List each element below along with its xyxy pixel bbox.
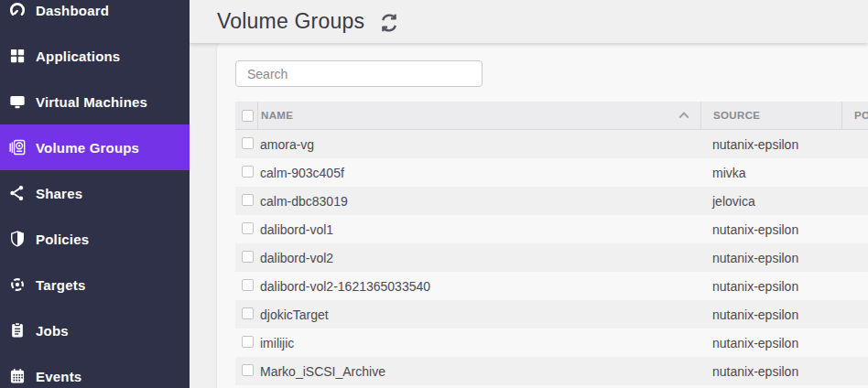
sidebar-nav: Dashboard Applications Virtual Machines … — [0, 0, 190, 388]
column-header-source-label: SOURCE — [713, 110, 760, 121]
row-checkbox[interactable] — [242, 251, 254, 263]
volume-group-source: nutanix-epsilon — [700, 222, 841, 237]
column-header-name-label: NAME — [261, 110, 293, 121]
gauge-icon — [8, 1, 27, 19]
column-header-policy[interactable]: POLICY — [841, 102, 868, 129]
column-header-policy-label: POLICY — [854, 110, 868, 121]
grid-icon — [8, 47, 27, 65]
sidebar-item-jobs[interactable]: Jobs — [0, 307, 190, 353]
table-row[interactable]: Marko_iSCSI_Archive nutanix-epsilon — [235, 357, 868, 385]
calendar-icon — [8, 367, 27, 385]
clipboard-icon — [8, 321, 27, 340]
row-checkbox[interactable] — [242, 166, 254, 178]
app-window: Dashboard Applications Virtual Machines … — [0, 0, 868, 388]
volume-groups-panel: NAME SOURCE POLICY amora-vg nutanix- — [217, 43, 868, 388]
sidebar-item-shares[interactable]: Shares — [0, 170, 190, 216]
select-all-cell — [235, 102, 257, 129]
select-all-checkbox[interactable] — [242, 110, 254, 122]
table-header-row: NAME SOURCE POLICY — [235, 102, 868, 130]
sidebar-item-policies[interactable]: Policies — [0, 216, 190, 262]
sidebar-item-applications[interactable]: Applications — [0, 33, 190, 79]
page-header: Volume Groups — [190, 0, 868, 43]
volume-group-source: mivka — [700, 166, 841, 180]
target-icon — [8, 275, 27, 294]
volume-group-name: calm-903c405f — [257, 166, 700, 180]
table-row[interactable]: dalibord-vol2-1621365033540 nutanix-epsi… — [235, 272, 868, 300]
row-checkbox[interactable] — [242, 279, 254, 291]
row-checkbox[interactable] — [242, 137, 254, 149]
volume-group-source: nutanix-epsilon — [700, 364, 841, 379]
row-checkbox[interactable] — [242, 364, 254, 376]
volume-group-name: djokicTarget — [257, 307, 700, 322]
volume-group-name: dalibord-vol1 — [257, 222, 700, 237]
volume-group-source: nutanix-epsilon — [700, 307, 841, 322]
monitor-icon — [8, 92, 27, 111]
row-checkbox[interactable] — [242, 336, 254, 348]
volume-group-source: nutanix-epsilon — [700, 279, 841, 294]
table-body: amora-vg nutanix-epsilon calm-903c405f m… — [235, 130, 868, 385]
disk-stack-icon — [8, 138, 27, 156]
volume-group-name: dalibord-vol2 — [257, 251, 700, 265]
refresh-icon[interactable] — [379, 13, 399, 33]
sidebar-item-dashboard[interactable]: Dashboard — [0, 0, 190, 33]
table-row[interactable]: amora-vg nutanix-epsilon — [235, 130, 868, 158]
volume-groups-table: NAME SOURCE POLICY amora-vg nutanix- — [235, 102, 868, 385]
table-row[interactable]: calm-903c405f mivka — [235, 158, 868, 187]
row-checkbox[interactable] — [242, 194, 254, 206]
table-row[interactable]: calm-dbc83019 jelovica — [235, 187, 868, 215]
row-checkbox[interactable] — [242, 307, 254, 319]
sidebar-item-events[interactable]: Events — [0, 353, 190, 388]
table-row[interactable]: dalibord-vol1 nutanix-epsilon — [235, 215, 868, 243]
column-header-source[interactable]: SOURCE — [700, 102, 841, 129]
volume-group-name: calm-dbc83019 — [257, 194, 700, 209]
main-content: Volume Groups — [190, 0, 868, 388]
table-row[interactable]: imilijic nutanix-epsilon — [235, 329, 868, 357]
sidebar: Dashboard Applications Virtual Machines … — [0, 0, 190, 388]
volume-group-source: nutanix-epsilon — [700, 251, 841, 265]
volume-group-name: Marko_iSCSI_Archive — [257, 364, 700, 379]
sidebar-item-virtual-machines[interactable]: Virtual Machines — [0, 79, 190, 124]
table-row[interactable]: dalibord-vol2 nutanix-epsilon — [235, 243, 868, 272]
volume-group-name: amora-vg — [257, 137, 700, 152]
volume-group-name: imilijic — [257, 336, 700, 350]
table-row[interactable]: djokicTarget nutanix-epsilon — [235, 300, 868, 329]
volume-group-source: nutanix-epsilon — [700, 336, 841, 350]
column-header-name[interactable]: NAME — [257, 102, 700, 129]
row-checkbox[interactable] — [242, 222, 254, 234]
volume-group-source: jelovica — [700, 194, 841, 209]
shield-icon — [8, 230, 27, 248]
sidebar-item-targets[interactable]: Targets — [0, 262, 190, 307]
volume-group-name: dalibord-vol2-1621365033540 — [257, 279, 700, 294]
share-nodes-icon — [8, 184, 27, 202]
search-input[interactable] — [235, 60, 483, 87]
sidebar-item-volume-groups[interactable]: Volume Groups — [0, 124, 190, 170]
page-title: Volume Groups — [217, 9, 364, 34]
sort-asc-icon — [678, 112, 689, 119]
volume-group-source: nutanix-epsilon — [700, 137, 841, 152]
